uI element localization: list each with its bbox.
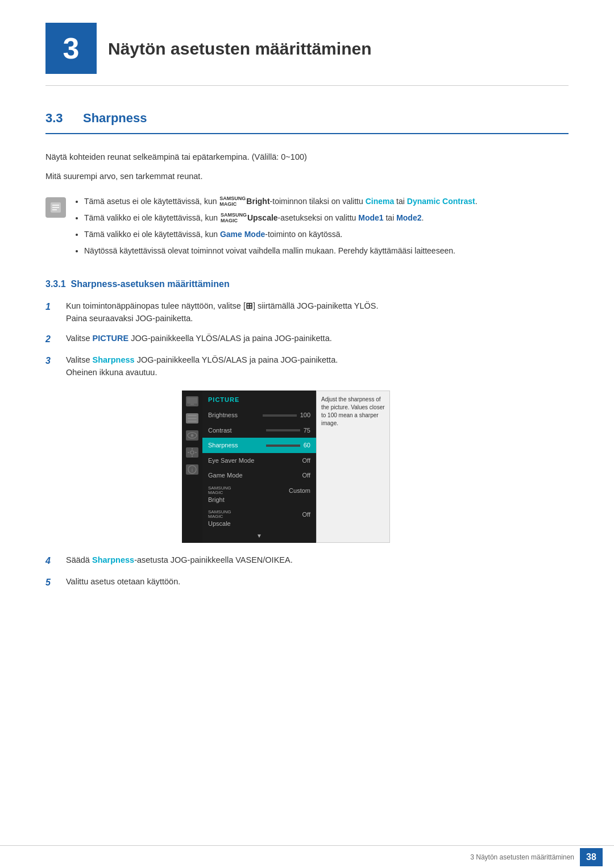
svg-point-8: [191, 434, 194, 437]
step-1: 1 Kun toimintonäppäinopas tulee näyttöön…: [45, 300, 569, 325]
svg-text:i: i: [192, 467, 193, 473]
svg-rect-10: [192, 448, 193, 450]
steps-list: 1 Kun toimintonäppäinopas tulee näyttöön…: [45, 300, 569, 379]
svg-rect-4: [187, 397, 197, 404]
svg-point-9: [190, 451, 194, 454]
section-number: 3.3: [45, 109, 74, 127]
chapter-header: 3 Näytön asetusten määrittäminen: [45, 23, 569, 86]
svg-rect-11: [192, 455, 193, 457]
intro-text-2: Mitä suurempi arvo, sen tarkemmat reunat…: [45, 171, 569, 183]
note-list: Tämä asetus ei ole käytettävissä, kun SA…: [74, 196, 478, 261]
svg-rect-6: [189, 405, 196, 405]
page-footer: 3 Näytön asetusten määrittäminen 38: [0, 845, 614, 868]
note-item-2: Tämä valikko ei ole käytettävissä, kun S…: [84, 212, 478, 224]
menu-item-contrast: Contrast 75: [202, 423, 316, 438]
subsection-heading: 3.3.1 Sharpness-asetuksen määrittäminen: [45, 277, 569, 291]
menu-item-eye-saver: Eye Saver Mode Off: [202, 453, 316, 468]
note-pencil-icon: [45, 197, 66, 218]
note-item-1: Tämä asetus ei ole käytettävissä, kun SA…: [84, 196, 478, 207]
monitor-sidebar: i: [182, 391, 202, 543]
step-2: 2 Valitse PICTURE JOG-painikkeella YLÖS/…: [45, 333, 569, 346]
note-item-3: Tämä valikko ei ole käytettävissä, kun G…: [84, 229, 478, 240]
menu-item-sharpness: Sharpness 60: [202, 438, 316, 453]
chapter-number: 3: [45, 23, 97, 74]
samsung-magic-brand-2: SAMSUNGMAGIC: [221, 213, 247, 224]
step-4: 4 Säädä Sharpness-asetusta JOG-painikkee…: [45, 554, 569, 568]
footer-page-number: 38: [580, 848, 603, 866]
menu-item-magic-upscale: SAMSUNGMAGICUpscale Off: [202, 507, 316, 531]
samsung-magic-brand-1: SAMSUNGMAGIC: [219, 196, 246, 207]
section-title: Sharpness: [83, 109, 147, 127]
section-heading: 3.3 Sharpness: [45, 109, 569, 134]
note-icon: [45, 197, 66, 218]
sidebar-lines-icon: [186, 413, 198, 423]
chapter-title: Näytön asetusten määrittäminen: [108, 36, 371, 61]
monitor-ui: i PICTURE Brightness 100 Contrast: [182, 391, 432, 543]
sidebar-gear-icon: [186, 447, 198, 458]
svg-rect-12: [188, 452, 189, 453]
monitor-frame: i PICTURE Brightness 100 Contrast: [182, 391, 432, 543]
sidebar-display-icon: [186, 396, 198, 406]
step-5: 5 Valittu asetus otetaan käyttöön.: [45, 576, 569, 589]
monitor-tooltip: Adjust the sharpness of the picture. Val…: [316, 391, 390, 543]
menu-header: PICTURE: [202, 391, 316, 408]
steps-list-2: 4 Säädä Sharpness-asetusta JOG-painikkee…: [45, 554, 569, 589]
intro-text-1: Näytä kohteiden reunat selkeämpinä tai e…: [45, 151, 569, 164]
menu-item-game-mode: Game Mode Off: [202, 468, 316, 483]
svg-rect-13: [195, 452, 197, 453]
sidebar-info-icon: i: [186, 464, 198, 475]
menu-item-magic-bright: SAMSUNGMAGICBright Custom: [202, 483, 316, 508]
svg-rect-5: [190, 404, 194, 405]
monitor-menu-panel: PICTURE Brightness 100 Contrast 75: [202, 391, 316, 543]
note-box: Tämä asetus ei ole käytettävissä, kun SA…: [45, 196, 569, 261]
step-3: 3 Valitse Sharpness JOG-painikkeella YLÖ…: [45, 354, 569, 379]
menu-scroll-arrow: ▼: [202, 531, 316, 543]
note-item-4: Näytössä käytettävissä olevat toiminnot …: [84, 245, 478, 257]
menu-item-brightness: Brightness 100: [202, 408, 316, 423]
footer-text: 3 Näytön asetusten määrittäminen: [470, 852, 574, 862]
sidebar-eye-icon: [186, 430, 198, 441]
